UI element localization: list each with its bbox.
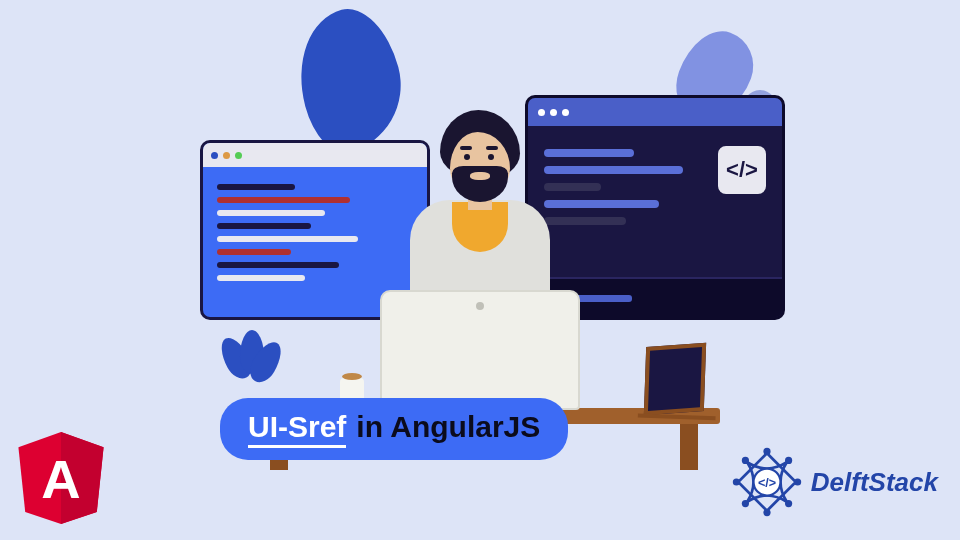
code-icon: </> (718, 146, 766, 194)
desk-leg (680, 420, 698, 470)
svg-text:</>: </> (758, 476, 776, 490)
page-title: UI-Sref in AngularJS (220, 398, 568, 460)
delftstack-logo: </> DelftStack (731, 446, 938, 518)
delftstack-badge-icon: </> (731, 446, 803, 518)
laptop-illustration (380, 290, 580, 410)
code-glyph: </> (726, 157, 758, 183)
angular-letter: A (41, 449, 80, 510)
delftstack-text: DelftStack (811, 467, 938, 498)
traffic-dot (235, 152, 242, 159)
title-rest: in AngularJS (356, 410, 540, 444)
angular-logo-icon: A (18, 432, 104, 524)
picture-frame (644, 343, 706, 415)
title-highlight: UI-Sref (248, 410, 346, 448)
traffic-dot (211, 152, 218, 159)
traffic-dot (223, 152, 230, 159)
